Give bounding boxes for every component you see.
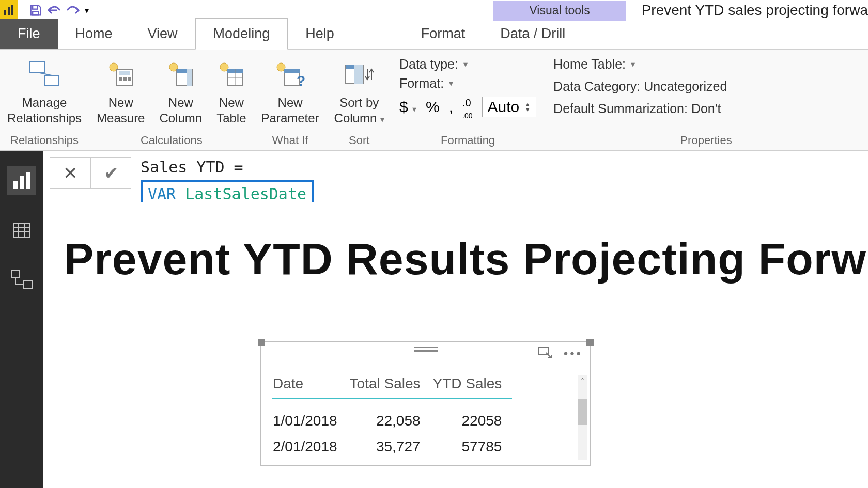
data-view-button[interactable] xyxy=(7,216,36,245)
svg-rect-3 xyxy=(33,6,37,9)
cell-ytd: 22058 xyxy=(432,408,513,433)
svg-text:?: ? xyxy=(297,73,305,89)
svg-rect-1 xyxy=(8,7,10,15)
scrollbar[interactable]: ˄ xyxy=(578,375,587,460)
more-options-icon[interactable]: ••• xyxy=(564,347,583,362)
svg-rect-29 xyxy=(354,65,363,84)
separator xyxy=(22,4,22,17)
app-icon xyxy=(0,0,18,21)
group-calculations: New Measure New Column New Table Calcula… xyxy=(89,50,254,150)
chevron-down-icon: ▾ xyxy=(412,105,416,114)
data-category-label[interactable]: Data Category: Uncategorized xyxy=(553,79,727,94)
svg-rect-2 xyxy=(11,5,13,15)
redo-button[interactable] xyxy=(64,1,82,20)
col-header-total[interactable]: Total Sales xyxy=(349,372,431,397)
spinner-icon[interactable]: ▲▼ xyxy=(524,102,531,112)
svg-rect-5 xyxy=(30,62,44,72)
new-parameter-button[interactable]: ? New Parameter xyxy=(254,54,327,126)
qat-dropdown-icon[interactable]: ▾ xyxy=(82,6,91,15)
col-header-date[interactable]: Date xyxy=(272,372,348,397)
data-table: Date Total Sales YTD Sales 1/01/2018 22,… xyxy=(271,371,513,460)
new-measure-label: New Measure xyxy=(97,95,145,126)
report-view-button[interactable] xyxy=(7,166,36,195)
var-name: LastSalesDate xyxy=(185,185,306,203)
cancel-formula-button[interactable]: ✕ xyxy=(50,158,90,188)
formula-bar: ✕ ✔ Sales YTD = VAR LastSalesDate xyxy=(43,151,868,209)
svg-rect-4 xyxy=(33,11,39,15)
col-header-ytd[interactable]: YTD Sales xyxy=(432,372,513,397)
cell-total: 35,727 xyxy=(349,434,431,459)
resize-handle[interactable] xyxy=(586,339,594,346)
group-label: Properties xyxy=(680,131,732,150)
svg-rect-38 xyxy=(11,271,20,278)
new-measure-button[interactable]: New Measure xyxy=(89,54,152,126)
table-visual[interactable]: ••• Date Total Sales YTD Sales 1/01/2018… xyxy=(260,341,591,466)
formula-input[interactable]: Sales YTD = VAR LastSalesDate xyxy=(141,157,314,209)
svg-rect-12 xyxy=(123,77,127,81)
default-summarization-label[interactable]: Default Summarization: Don't xyxy=(553,101,727,116)
table-row[interactable]: 1/01/2018 22,058 22058 xyxy=(272,408,512,433)
thousands-button[interactable]: , xyxy=(449,98,453,116)
group-label: Formatting xyxy=(441,131,495,150)
table-row[interactable]: 2/01/2018 35,727 57785 xyxy=(272,434,512,459)
report-canvas[interactable]: Prevent YTD Results Projecting Forw ••• … xyxy=(43,202,868,488)
data-type-dropdown[interactable]: Data type: ▾ xyxy=(399,57,536,72)
tab-file[interactable]: File xyxy=(0,19,58,49)
var-keyword: VAR xyxy=(148,185,176,203)
tab-help[interactable]: Help xyxy=(288,19,352,49)
formula-buttons: ✕ ✔ xyxy=(50,157,131,189)
tab-view[interactable]: View xyxy=(130,19,195,49)
focus-mode-icon[interactable] xyxy=(538,347,553,362)
format-dropdown[interactable]: Format: ▾ xyxy=(399,76,536,91)
svg-rect-33 xyxy=(13,223,30,238)
decimals-icon[interactable]: .0.00 xyxy=(462,97,472,121)
drag-handle-icon[interactable] xyxy=(414,347,438,352)
auto-value: Auto xyxy=(488,98,520,116)
svg-rect-17 xyxy=(187,69,192,86)
left-nav xyxy=(0,151,43,488)
cell-date: 2/01/2018 xyxy=(272,434,348,459)
cell-date: 1/01/2018 xyxy=(272,408,348,433)
ribbon-tabs: File Home View Modeling Help Format Data… xyxy=(0,21,868,50)
manage-relationships-button[interactable]: Manage Relationships xyxy=(0,54,89,126)
new-table-button[interactable]: New Table xyxy=(209,54,253,126)
chevron-down-icon: ▾ xyxy=(631,59,635,69)
chevron-down-icon: ▾ xyxy=(380,115,384,124)
group-label: Calculations xyxy=(141,131,203,150)
commit-formula-button[interactable]: ✔ xyxy=(90,158,131,188)
group-relationships: Manage Relationships Relationships xyxy=(0,50,89,150)
tab-home[interactable]: Home xyxy=(58,19,130,49)
currency-button[interactable]: $ ▾ xyxy=(399,98,416,116)
visual-tools-label: Visual tools xyxy=(493,1,626,21)
svg-rect-39 xyxy=(24,281,32,288)
data-type-label: Data type: xyxy=(399,57,458,72)
group-formatting: Data type: ▾ Format: ▾ $ ▾ % , .0.00 Aut… xyxy=(392,50,544,150)
percent-button[interactable]: % xyxy=(426,98,440,116)
chevron-down-icon: ▾ xyxy=(449,78,453,88)
cell-ytd: 57785 xyxy=(432,434,513,459)
svg-rect-31 xyxy=(20,176,24,189)
svg-rect-11 xyxy=(119,77,122,81)
tab-format[interactable]: Format xyxy=(404,19,483,49)
new-column-button[interactable]: New Column xyxy=(152,54,209,126)
tab-data-drill[interactable]: Data / Drill xyxy=(483,19,583,49)
page-title: Prevent YTD Results Projecting Forw xyxy=(64,233,868,285)
home-table-dropdown[interactable]: Home Table: ▾ xyxy=(553,57,727,72)
ribbon: Manage Relationships Relationships New M… xyxy=(0,50,868,151)
group-label: Relationships xyxy=(10,131,79,150)
scroll-thumb[interactable] xyxy=(578,399,587,425)
undo-button[interactable] xyxy=(45,1,64,20)
contextual-tab-group: Visual tools xyxy=(493,1,626,21)
svg-rect-0 xyxy=(4,10,6,15)
sort-by-column-button[interactable]: Sort by Column ▾ xyxy=(327,54,392,128)
scroll-up-icon[interactable]: ˄ xyxy=(578,376,587,388)
resize-handle[interactable] xyxy=(258,339,265,346)
new-table-label: New Table xyxy=(216,95,246,126)
svg-rect-30 xyxy=(13,181,18,189)
model-view-button[interactable] xyxy=(7,265,36,294)
relationships-icon xyxy=(28,56,61,93)
save-button[interactable] xyxy=(26,1,45,20)
title-bar: ▾ Visual tools Prevent YTD sales project… xyxy=(0,0,868,21)
decimal-places-input[interactable]: Auto ▲▼ xyxy=(482,97,537,117)
tab-modeling[interactable]: Modeling xyxy=(195,18,288,50)
